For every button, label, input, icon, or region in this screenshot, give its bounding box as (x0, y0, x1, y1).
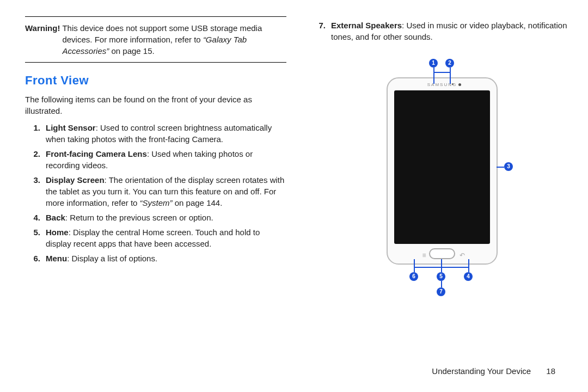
item-name: External Speakers (331, 21, 402, 30)
list-item: 3. Display Screen: The orientation of th… (25, 174, 286, 209)
device-diagram: SAMSUNG ≡ ↶ 1 2 3 4 5 6 (370, 56, 512, 295)
item-text: : Display a list of options. (67, 254, 157, 263)
callout-badge-7: 7 (437, 287, 445, 296)
leader-line (450, 68, 451, 84)
tablet-outline: SAMSUNG ≡ ↶ (387, 77, 498, 265)
item-number: 7. (310, 20, 326, 42)
warning-text: This device does not support some USB st… (62, 22, 286, 57)
item-name: Display Screen (46, 175, 105, 185)
leader-line (433, 72, 451, 73)
left-column: Warning! This device does not support so… (25, 16, 286, 267)
item-desc: Back: Return to the previous screen or o… (46, 212, 286, 223)
feature-list: 1. Light Sensor: Used to control screen … (25, 122, 286, 264)
callout-badge-5: 5 (437, 272, 445, 281)
manual-page: Warning! This device does not support so… (0, 0, 588, 392)
item-number: 6. (25, 253, 40, 264)
front-camera-icon (458, 83, 461, 86)
item-xref: “System” (140, 198, 173, 207)
callout-badge-4: 4 (464, 272, 473, 281)
leader-line (497, 167, 504, 168)
page-footer: Understanding Your Device 18 (432, 365, 555, 377)
feature-list-cont: 7. External Speakers: Used in music or v… (310, 20, 572, 42)
section-heading: Front View (25, 72, 286, 89)
item-text: : Display the central Home screen. Touch… (46, 228, 260, 248)
brand-text: SAMSUNG (388, 82, 497, 88)
item-name: Home (46, 228, 69, 237)
item-number: 4. (25, 212, 40, 223)
leader-line (441, 259, 442, 272)
page-number: 18 (546, 366, 555, 376)
list-item: 1. Light Sensor: Used to control screen … (25, 122, 286, 145)
item-name: Front-facing Camera Lens (46, 149, 147, 158)
callout-badge-2: 2 (445, 59, 454, 68)
leader-line (414, 259, 415, 272)
item-name: Light Sensor (46, 123, 96, 132)
warning-label: Warning! (25, 22, 60, 57)
leader-line (414, 267, 469, 268)
back-key-icon: ↶ (458, 251, 466, 258)
item-number: 5. (25, 226, 40, 249)
leader-line (468, 259, 469, 272)
section-intro: The following items can be found on the … (25, 94, 286, 117)
list-item: 2. Front-facing Camera Lens: Used when t… (25, 148, 286, 171)
item-name: Menu (46, 254, 67, 263)
chapter-title: Understanding Your Device (432, 366, 531, 376)
item-desc: Menu: Display a list of options. (46, 253, 286, 264)
list-item: 5. Home: Display the central Home screen… (25, 226, 286, 249)
warning-block: Warning! This device does not support so… (25, 17, 286, 62)
right-column: 7. External Speakers: Used in music or v… (310, 16, 572, 295)
list-item: 6. Menu: Display a list of options. (25, 253, 286, 264)
home-button-icon (429, 248, 455, 259)
leader-line (433, 68, 434, 84)
light-sensor-icon (452, 83, 454, 85)
callout-badge-6: 6 (409, 272, 418, 281)
item-desc: External Speakers: Used in music or vide… (331, 20, 572, 42)
callout-badge-1: 1 (429, 59, 438, 68)
item-name: Back (46, 213, 65, 222)
item-desc: Light Sensor: Used to control screen bri… (46, 122, 286, 145)
leader-line (441, 281, 442, 287)
warning-xref-suffix: on page 15. (109, 46, 154, 56)
item-xref-suffix: on page 144. (173, 198, 223, 207)
display-screen-icon (394, 90, 490, 244)
item-text: : Return to the previous screen or optio… (65, 213, 213, 222)
menu-key-icon: ≡ (420, 251, 428, 258)
item-desc: Front-facing Camera Lens: Used when taki… (46, 148, 286, 171)
rule-bottom (25, 62, 286, 63)
item-number: 3. (25, 174, 40, 209)
item-desc: Display Screen: The orientation of the d… (46, 174, 286, 209)
item-desc: Home: Display the central Home screen. T… (46, 226, 286, 249)
item-number: 2. (25, 148, 40, 171)
list-item: 7. External Speakers: Used in music or v… (310, 20, 572, 42)
list-item: 4. Back: Return to the previous screen o… (25, 212, 286, 223)
item-number: 1. (25, 122, 40, 145)
callout-badge-3: 3 (504, 162, 513, 171)
